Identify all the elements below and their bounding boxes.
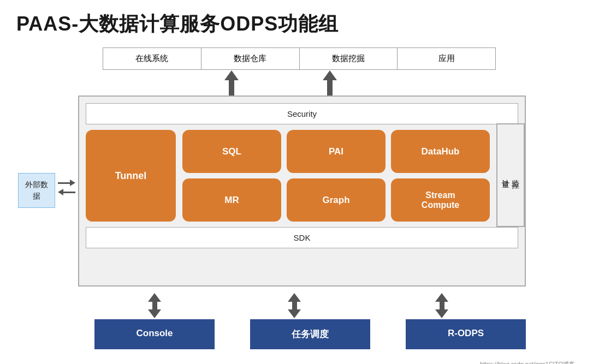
sdk-bar: SDK bbox=[86, 227, 518, 248]
arrow-right bbox=[58, 180, 75, 186]
bottom-double-arrow-2 bbox=[288, 293, 301, 318]
comp-row-2: MR Graph Stream Compute bbox=[182, 178, 490, 222]
page-container: PAAS-大数据计算服务ODPS功能组 在线系统 数据仓库 数据挖掘 应用 外部… bbox=[0, 0, 593, 364]
top-bar-cell-0: 在线系统 bbox=[103, 48, 201, 69]
pai-box: PAI bbox=[287, 130, 386, 173]
up-arrow-1 bbox=[224, 70, 239, 96]
bottom-boxes-row: Console 任务调度 R-ODPS bbox=[94, 319, 526, 349]
top-bar-cell-1: 数据仓库 bbox=[201, 48, 300, 69]
arrow-left bbox=[58, 189, 75, 195]
tunnel-box: Tunnel bbox=[86, 130, 176, 222]
up-arrow-2 bbox=[323, 70, 337, 96]
sql-box: SQL bbox=[182, 130, 281, 173]
right-components: SQL PAI DataHub MR Graph Stream Compute bbox=[182, 130, 490, 222]
bottom-double-arrow-3 bbox=[435, 293, 448, 318]
bottom-box-task: 任务调度 bbox=[250, 319, 370, 349]
security-bar: Security bbox=[86, 103, 518, 124]
horizontal-arrows bbox=[55, 180, 78, 195]
monitoring-box: 监控 计量 bbox=[496, 123, 525, 227]
components-area: Tunnel SQL PAI DataHub MR Graph Stream C… bbox=[86, 130, 518, 222]
bottom-double-arrow-1 bbox=[148, 293, 161, 318]
bottom-box-rodps: R-ODPS bbox=[406, 319, 526, 349]
top-bar-cell-2: 数据挖掘 bbox=[300, 48, 398, 69]
central-box: Security Tunnel SQL PAI DataHub MR bbox=[78, 96, 526, 287]
mr-box: MR bbox=[182, 178, 281, 222]
top-bar-cell-3: 应用 bbox=[398, 48, 495, 69]
top-bar: 在线系统 数据仓库 数据挖掘 应用 bbox=[103, 47, 496, 70]
page-title: PAAS-大数据计算服务ODPS功能组 bbox=[16, 11, 577, 38]
watermark: https://blog.csdn.net/qqp1CITO博客 bbox=[480, 360, 575, 364]
bottom-box-console: Console bbox=[94, 319, 215, 349]
comp-row-1: SQL PAI DataHub bbox=[182, 130, 490, 173]
graph-box: Graph bbox=[287, 178, 386, 222]
stream-compute-box: Stream Compute bbox=[391, 178, 490, 222]
diagram-outer: 在线系统 数据仓库 数据挖掘 应用 外部数据 bbox=[18, 47, 575, 364]
external-data-box: 外部数据 bbox=[18, 173, 55, 208]
datahub-box: DataHub bbox=[391, 130, 490, 173]
